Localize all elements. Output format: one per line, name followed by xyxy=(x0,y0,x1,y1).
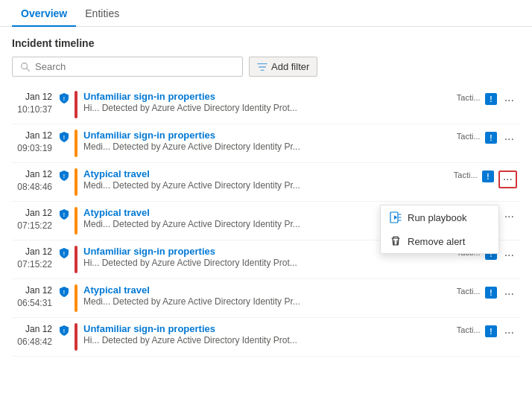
date-col: Jan 12 06:54:31 xyxy=(12,284,58,310)
date-col: Jan 12 08:48:46 xyxy=(12,168,58,194)
date-col: Jan 12 07:15:22 xyxy=(12,207,58,232)
svg-text:!: ! xyxy=(490,134,492,142)
actions-col: Tacti... ! ··· xyxy=(457,284,517,302)
shield-icon: ! xyxy=(58,247,70,259)
more-button[interactable]: ··· xyxy=(501,325,517,340)
timeline-item: Jan 12 09:03:19 ! Unfamiliar sign-in pro… xyxy=(12,124,520,163)
search-input-wrap[interactable] xyxy=(12,57,243,77)
time: 09:03:19 xyxy=(12,142,52,155)
tactic-badge: Tacti... xyxy=(454,170,478,179)
playbook-icon xyxy=(390,211,402,223)
date: Jan 12 xyxy=(12,246,52,258)
actions-col: Tacti... ! ··· xyxy=(454,168,517,188)
alert-icon: ! xyxy=(482,170,494,182)
svg-text:!: ! xyxy=(490,328,492,336)
tab-entities[interactable]: Entities xyxy=(76,0,128,27)
time: 06:48:42 xyxy=(12,336,52,348)
date: Jan 12 xyxy=(12,168,52,181)
more-button[interactable]: ··· xyxy=(498,170,517,188)
svg-text:!: ! xyxy=(63,212,65,217)
tactic-badge: Tacti... xyxy=(457,132,481,141)
main-content: Incident timeline Add filter Jan 12 10:1… xyxy=(0,27,532,404)
more-button[interactable]: ··· xyxy=(501,132,517,147)
svg-text:!: ! xyxy=(63,173,65,179)
shield-icon: ! xyxy=(58,170,70,182)
more-button[interactable]: ··· xyxy=(501,287,517,302)
severity-bar xyxy=(75,130,77,157)
svg-text:!: ! xyxy=(487,173,489,181)
info-col: Unfamiliar sign-in properties Hi... Dete… xyxy=(83,323,457,345)
item-title[interactable]: Unfamiliar sign-in properties xyxy=(83,130,454,141)
svg-text:!: ! xyxy=(63,251,65,256)
shield-icon: ! xyxy=(58,92,70,104)
search-bar: Add filter xyxy=(12,57,520,77)
add-filter-button[interactable]: Add filter xyxy=(249,57,317,77)
item-title[interactable]: Atypical travel xyxy=(83,284,454,296)
item-subtitle: Medi... Detected by Azure Active Directo… xyxy=(83,180,451,191)
info-col: Unfamiliar sign-in properties Medi... De… xyxy=(83,130,457,152)
item-subtitle: Hi... Detected by Azure Active Directory… xyxy=(83,103,454,113)
info-col: Atypical travel Medi... Detected by Azur… xyxy=(83,168,454,191)
context-menu: Run playbook Remove alert xyxy=(380,205,499,254)
time: 07:15:22 xyxy=(12,220,52,232)
shield-icon: ! xyxy=(58,325,70,337)
severity-bar xyxy=(75,91,77,118)
info-col: Atypical travel Medi... Detected by Azur… xyxy=(83,284,457,307)
shield-col: ! xyxy=(58,323,75,337)
svg-line-1 xyxy=(27,68,30,71)
date: Jan 12 xyxy=(12,91,52,103)
svg-text:!: ! xyxy=(490,289,492,297)
more-button[interactable]: ··· xyxy=(501,209,517,224)
item-title[interactable]: Unfamiliar sign-in properties xyxy=(83,91,454,102)
date: Jan 12 xyxy=(12,207,52,220)
svg-text:!: ! xyxy=(63,135,65,140)
actions-col: Tacti... ! ··· xyxy=(457,130,517,147)
shield-col: ! xyxy=(58,246,75,259)
date-col: Jan 12 07:15:22 xyxy=(12,246,58,271)
section-title: Incident timeline xyxy=(12,37,520,49)
date: Jan 12 xyxy=(12,130,52,142)
date-col: Jan 12 10:10:37 xyxy=(12,91,58,116)
context-menu-item-label: Run playbook xyxy=(408,212,467,223)
svg-text:!: ! xyxy=(490,95,492,103)
filter-icon xyxy=(257,62,267,72)
shield-col: ! xyxy=(58,91,75,104)
search-input[interactable] xyxy=(35,61,235,72)
item-subtitle: Hi... Detected by Azure Active Directory… xyxy=(83,335,454,345)
shield-icon: ! xyxy=(58,131,70,143)
tactic-badge: Tacti... xyxy=(457,325,481,334)
context-menu-item-run-playbook[interactable]: Run playbook xyxy=(381,205,498,229)
date-col: Jan 12 09:03:19 xyxy=(12,130,58,155)
more-button[interactable]: ··· xyxy=(501,93,517,108)
shield-col: ! xyxy=(58,207,75,220)
timeline-list: Jan 12 10:10:37 ! Unfamiliar sign-in pro… xyxy=(12,86,520,399)
alert-icon: ! xyxy=(485,287,497,299)
timeline-item: Jan 12 08:48:46 ! Atypical travel Medi..… xyxy=(12,163,520,202)
timeline-item: Jan 12 10:10:37 ! Unfamiliar sign-in pro… xyxy=(12,86,520,124)
more-button[interactable]: ··· xyxy=(501,248,517,263)
date: Jan 12 xyxy=(12,284,52,297)
item-title[interactable]: Unfamiliar sign-in properties xyxy=(83,323,454,334)
item-subtitle: Medi... Detected by Azure Active Directo… xyxy=(83,141,454,152)
item-title[interactable]: Atypical travel xyxy=(83,168,451,179)
tactic-badge: Tacti... xyxy=(457,287,481,296)
shield-col: ! xyxy=(58,130,75,143)
context-menu-item-remove-alert[interactable]: Remove alert xyxy=(381,229,498,253)
info-col: Unfamiliar sign-in properties Hi... Dete… xyxy=(83,91,457,113)
severity-bar xyxy=(75,207,77,235)
shield-icon: ! xyxy=(58,286,70,298)
timeline-item: Jan 12 06:48:42 ! Unfamiliar sign-in pro… xyxy=(12,318,520,357)
context-menu-item-label: Remove alert xyxy=(408,236,465,247)
tabs-bar: Overview Entities xyxy=(0,0,532,27)
severity-bar xyxy=(75,284,77,312)
time: 06:54:31 xyxy=(12,297,52,310)
svg-text:!: ! xyxy=(63,96,65,101)
date-col: Jan 12 06:48:42 xyxy=(12,323,58,348)
svg-text:!: ! xyxy=(63,328,65,334)
time: 10:10:37 xyxy=(12,103,52,116)
tab-overview[interactable]: Overview xyxy=(12,0,76,27)
timeline-item: Jan 12 06:54:31 ! Atypical travel Medi..… xyxy=(12,279,520,318)
severity-bar xyxy=(75,246,77,273)
shield-col: ! xyxy=(58,168,75,182)
trash-icon xyxy=(390,235,402,247)
